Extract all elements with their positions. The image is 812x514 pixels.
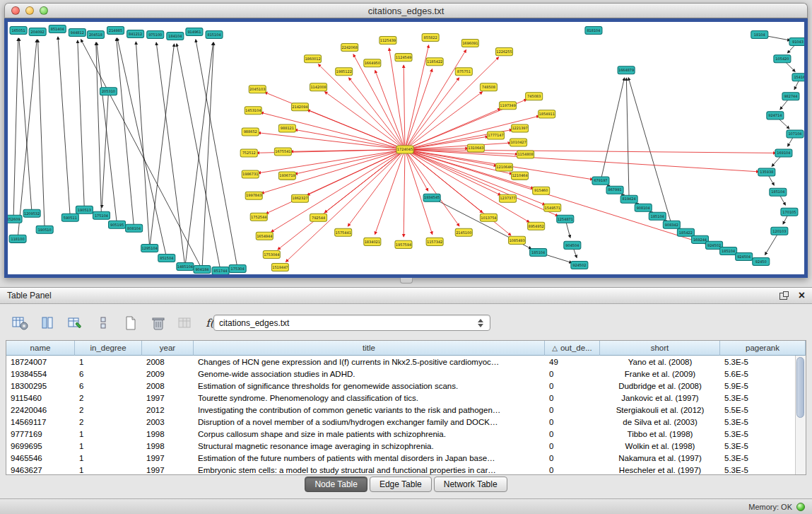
graph-node[interactable]: 1752544: [250, 213, 267, 221]
cell-name[interactable]: 18724007: [6, 358, 75, 366]
cell-year[interactable]: 1997: [142, 454, 194, 462]
cell-title[interactable]: Embryonic stem cells: a model to study s…: [194, 466, 545, 474]
graph-node[interactable]: 851744: [212, 267, 229, 274]
graph-node[interactable]: 1453104: [245, 107, 261, 115]
graph-node[interactable]: 118100: [9, 235, 26, 243]
cell-short[interactable]: Yano et al. (2008): [600, 358, 720, 366]
graph-node[interactable]: 190510: [36, 226, 53, 233]
graph-node[interactable]: 1724045: [396, 146, 413, 153]
table-row[interactable]: 977716911998Corpus callosum shape and si…: [6, 428, 795, 440]
cell-title[interactable]: Estimation of significance thresholds fo…: [194, 382, 545, 390]
cell-pagerank[interactable]: 5.3E-5: [720, 430, 795, 438]
column-header-short[interactable]: short: [600, 341, 720, 356]
column-chooser-button[interactable]: [37, 313, 59, 333]
minimize-window-button[interactable]: [25, 6, 34, 15]
table-settings-button[interactable]: [10, 313, 31, 333]
cell-in_degree[interactable]: 1: [75, 358, 142, 366]
graph-node[interactable]: 120103: [771, 227, 788, 235]
citation-network-graph[interactable]: 1650512040928514049448122045182149858412…: [8, 22, 804, 274]
graph-node[interactable]: 1664950: [364, 59, 381, 67]
cell-out_degree[interactable]: 0: [545, 382, 600, 390]
graph-node[interactable]: 590511: [61, 214, 78, 221]
column-header-title[interactable]: title: [194, 341, 545, 356]
cell-short[interactable]: Tibbo et al. (1998): [600, 430, 720, 438]
tab-network-table[interactable]: Network Table: [434, 477, 507, 492]
close-window-button[interactable]: [11, 6, 20, 15]
cell-title[interactable]: Corpus callosum shape and size in male p…: [194, 430, 545, 438]
cell-out_degree[interactable]: 0: [545, 406, 600, 414]
graph-node[interactable]: 908342: [663, 221, 680, 228]
cell-in_degree[interactable]: 1: [75, 454, 142, 462]
cell-title[interactable]: Structural magnetic resonance image aver…: [194, 442, 545, 450]
graph-node[interactable]: 204092: [29, 28, 46, 36]
cell-year[interactable]: 1997: [142, 466, 194, 474]
graph-node[interactable]: 165051: [10, 27, 27, 35]
window-titlebar[interactable]: citations_edges.txt: [4, 3, 808, 18]
graph-node[interactable]: 905195: [109, 221, 126, 228]
cell-title[interactable]: Genome-wide association studies in ADHD.: [194, 370, 545, 378]
tab-node-table[interactable]: Node Table: [305, 477, 367, 492]
graph-node[interactable]: 924504: [736, 252, 753, 260]
cell-name[interactable]: 22420046: [6, 406, 75, 414]
graph-node[interactable]: 175104: [93, 211, 110, 219]
graph-node[interactable]: 1862327: [291, 194, 308, 202]
table-row[interactable]: 969969511998Structural magnetic resonanc…: [6, 440, 795, 452]
graph-node[interactable]: 1154808: [517, 151, 534, 158]
graph-node[interactable]: 988652: [242, 128, 259, 136]
graph-node[interactable]: 135938: [758, 168, 775, 176]
graph-node[interactable]: 1210646: [495, 163, 512, 171]
graph-node[interactable]: 841212: [127, 30, 144, 38]
cell-pagerank[interactable]: 5.3E-5: [720, 394, 795, 402]
cell-in_degree[interactable]: 1: [75, 442, 142, 450]
graph-node[interactable]: 92450: [753, 257, 770, 265]
graph-node[interactable]: 1295104: [141, 244, 158, 252]
cell-in_degree[interactable]: 2: [75, 418, 142, 426]
new-document-button[interactable]: [120, 313, 141, 333]
cell-title[interactable]: Disruption of a novel member of a sodium…: [194, 418, 545, 426]
graph-node[interactable]: 1010427: [510, 139, 527, 146]
graph-node[interactable]: 1985122: [336, 68, 353, 76]
graph-node[interactable]: 1777147: [487, 132, 504, 139]
graph-node[interactable]: 867991: [606, 186, 623, 194]
graph-node[interactable]: 1519447: [271, 263, 288, 271]
cell-out_degree[interactable]: 0: [545, 466, 600, 474]
graph-node[interactable]: 107104: [787, 130, 804, 138]
cell-year[interactable]: 2009: [142, 370, 194, 378]
graph-node[interactable]: 808104: [126, 224, 143, 232]
graph-node[interactable]: 2045103: [249, 86, 266, 93]
cell-year[interactable]: 2003: [142, 418, 194, 426]
cell-out_degree[interactable]: 49: [545, 358, 600, 366]
graph-node[interactable]: 1957594: [395, 240, 412, 248]
cell-name[interactable]: 14569117: [6, 418, 75, 426]
cell-name[interactable]: 19384554: [6, 370, 75, 378]
column-header-year[interactable]: year: [142, 341, 194, 356]
graph-node[interactable]: 904504: [564, 241, 581, 249]
column-header-in_degree[interactable]: in_degree: [75, 341, 142, 356]
graph-node[interactable]: 915460: [533, 187, 550, 194]
cell-short[interactable]: Jankovic et al. (1997): [600, 394, 720, 402]
graph-node[interactable]: 1834021: [364, 238, 381, 245]
graph-node[interactable]: 855822: [422, 34, 439, 42]
table-row[interactable]: 1830029562008Estimation of significance …: [6, 380, 795, 392]
graph-node[interactable]: 185104: [720, 247, 737, 255]
cell-out_degree[interactable]: 0: [545, 370, 600, 378]
graph-node[interactable]: 1124549: [395, 54, 412, 62]
graph-node[interactable]: 185422: [677, 228, 694, 236]
cell-name[interactable]: 9463627: [6, 466, 75, 474]
graph-node[interactable]: 1310643: [467, 144, 484, 152]
graph-node[interactable]: 819424: [620, 195, 637, 203]
network-table-dropdown[interactable]: citations_edges.txt: [213, 315, 490, 331]
cell-pagerank[interactable]: 5.6E-5: [720, 370, 795, 378]
graph-node[interactable]: 1125439: [379, 37, 396, 45]
graph-node[interactable]: 1936719: [278, 172, 295, 180]
cell-short[interactable]: Hescheler et al. (1997): [600, 466, 720, 474]
cell-in_degree[interactable]: 2: [75, 394, 142, 402]
graph-node[interactable]: 185104: [649, 212, 666, 220]
cell-pagerank[interactable]: 5.3E-5: [720, 442, 795, 450]
cell-name[interactable]: 9115460: [6, 394, 75, 402]
graph-node[interactable]: 214985: [107, 27, 124, 35]
graph-node[interactable]: 1209532: [23, 209, 40, 217]
graph-node[interactable]: 1221397: [512, 124, 529, 132]
graph-node[interactable]: 815104: [206, 31, 223, 39]
graph-node[interactable]: 2242068: [341, 44, 358, 52]
